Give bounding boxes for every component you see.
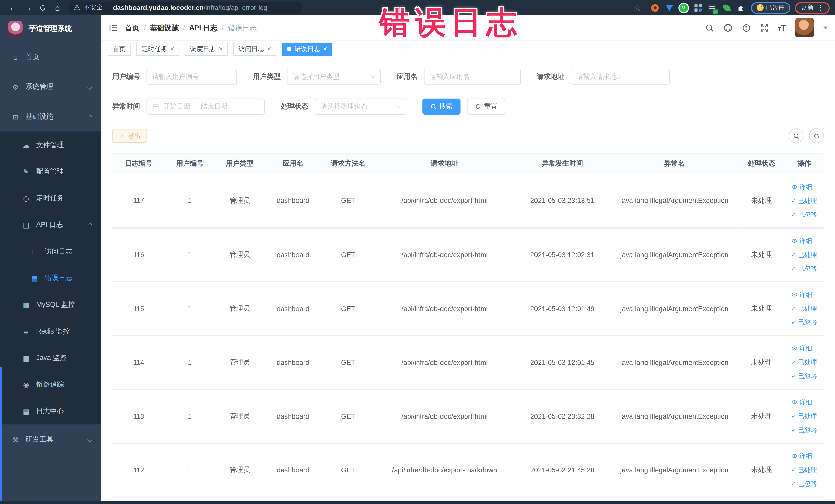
extension-shield-icon[interactable] — [664, 3, 674, 12]
已处理-action-link[interactable]: ✓已处理 — [791, 409, 817, 423]
cell: 管理员 — [215, 281, 265, 335]
close-icon[interactable]: × — [267, 45, 271, 53]
已忽略-action-link[interactable]: ✓已忽略 — [791, 262, 817, 276]
extension-grid-icon[interactable] — [693, 3, 702, 12]
sidebar-item-日志中心[interactable]: ▤日志中心 — [0, 398, 101, 425]
已忽略-action-link[interactable]: ✓已忽略 — [791, 423, 817, 437]
已忽略-action-link[interactable]: ✓已忽略 — [791, 369, 817, 383]
cloud-icon: ☁ — [21, 141, 31, 149]
tab-调度日志[interactable]: 调度日志× — [185, 42, 228, 56]
user-avatar[interactable] — [795, 18, 814, 38]
已忽略-action-link[interactable]: ✓已忽略 — [791, 477, 817, 491]
extension-on-badge-icon[interactable] — [708, 3, 717, 12]
font-size-icon[interactable]: TT — [778, 23, 786, 32]
sidebar-item-Redis 监控[interactable]: ≣Redis 监控 — [0, 318, 101, 345]
calendar-icon — [152, 103, 159, 110]
user-type-select[interactable]: 请选择用户类型 — [287, 69, 381, 85]
sidebar-scrollbar[interactable] — [0, 367, 2, 501]
tab-错误日志[interactable]: 错误日志× — [282, 42, 332, 56]
hamburger-icon[interactable] — [108, 23, 118, 32]
已处理-action-link[interactable]: ✓已处理 — [791, 355, 817, 369]
sidebar-logo[interactable]: 芋道管理系统 — [0, 15, 101, 42]
refresh-table-button[interactable] — [809, 128, 824, 143]
export-button[interactable]: 导出 — [113, 129, 147, 143]
back-icon[interactable]: ← — [5, 4, 20, 12]
sidebar-item-配置管理[interactable]: ✎配置管理 — [0, 158, 101, 185]
breadcrumb-item[interactable]: 基础设施 — [150, 24, 179, 32]
cell: GET — [322, 443, 375, 497]
详细-action-link[interactable]: 详细 — [791, 180, 812, 194]
tab-访问日志[interactable]: 访问日志× — [233, 42, 277, 56]
check-icon: ✓ — [791, 355, 796, 369]
已处理-action-link[interactable]: ✓已处理 — [791, 301, 817, 315]
toggle-search-button[interactable] — [789, 128, 804, 143]
address-bar[interactable]: 不安全 | dashboard.yudao.iocoder.cn/infra/l… — [68, 2, 303, 14]
详细-action-link[interactable]: 详细 — [791, 449, 812, 463]
process-status-select[interactable]: 请选择处理状态 — [315, 99, 406, 115]
详细-action-link[interactable]: 详细 — [791, 287, 812, 301]
actions-cell: 详细✓已处理✓已忽略 — [785, 443, 824, 497]
sidebar-item-链路追踪[interactable]: ◉链路追踪 — [0, 371, 101, 398]
sidebar-item-访问日志[interactable]: ▤访问日志 — [0, 238, 101, 265]
sidebar-item-API 日志[interactable]: ▤API 日志 — [0, 211, 101, 238]
extensions-puzzle-icon[interactable] — [736, 3, 746, 12]
详细-action-link[interactable]: 详细 — [791, 341, 812, 355]
exception-time-range-picker[interactable]: 开始日期 - 结束日期 — [147, 99, 265, 115]
close-icon[interactable]: × — [219, 45, 223, 53]
github-icon[interactable] — [723, 23, 733, 32]
sidebar-item-MySQL 监控[interactable]: ▥MySQL 监控 — [0, 291, 101, 318]
cell: 未处理 — [738, 174, 785, 228]
table-row: 1131管理员dashboardGET/api/infra/db-doc/exp… — [113, 389, 824, 443]
browser-update-chip[interactable]: 更新 ⋮ — [795, 2, 830, 14]
browser-menu-icon[interactable]: ⋮ — [817, 4, 824, 12]
已处理-action-link[interactable]: ✓已处理 — [791, 194, 817, 208]
sidebar-item-定时任务[interactable]: ◷定时任务 — [0, 185, 101, 211]
filter-row-1: 用户编号 用户类型 请选择用户类型 应用名 请求地址 — [113, 69, 824, 85]
cell: 管理员 — [215, 389, 265, 443]
reload-icon[interactable] — [35, 4, 50, 12]
sidebar-item-label: 日志中心 — [36, 406, 64, 416]
extension-orange-icon[interactable] — [650, 3, 659, 12]
cell: GET — [322, 389, 375, 443]
paused-extension-chip[interactable]: 已暂停 — [751, 2, 790, 14]
search-icon[interactable] — [705, 23, 714, 32]
sidebar-item-基础设施[interactable]: ⊡基础设施 — [0, 102, 101, 132]
request-url-input[interactable] — [571, 69, 670, 85]
cell: /api/infra/db-doc/export-markdown — [375, 443, 514, 497]
详细-action-link[interactable]: 详细 — [791, 234, 812, 248]
已处理-action-link[interactable]: ✓已处理 — [791, 248, 817, 262]
update-label: 更新 — [801, 4, 814, 12]
user-id-input[interactable] — [147, 69, 237, 85]
home-icon[interactable]: ⌂ — [50, 4, 65, 12]
已处理-action-link[interactable]: ✓已处理 — [791, 463, 817, 477]
fullscreen-icon[interactable] — [760, 23, 769, 32]
column-header: 请求地址 — [375, 153, 514, 174]
search-button[interactable]: 搜索 — [422, 99, 461, 115]
help-icon[interactable] — [741, 23, 751, 32]
sidebar-item-Java 监控[interactable]: ▦Java 监控 — [0, 345, 101, 371]
extension-v-icon[interactable]: V — [679, 3, 688, 12]
sidebar-item-研发工具[interactable]: ⚒研发工具 — [0, 424, 101, 454]
app-name-input[interactable] — [424, 69, 521, 85]
tab-定时任务[interactable]: 定时任务× — [136, 42, 179, 56]
sidebar-item-label: 定时任务 — [36, 193, 64, 203]
sidebar-item-错误日志[interactable]: ▤错误日志 — [0, 265, 101, 291]
sidebar-item-首页[interactable]: ⌂首页 — [0, 42, 101, 72]
bookmark-star-icon[interactable]: ☆ — [630, 4, 645, 12]
avatar-caret-icon[interactable] — [823, 26, 828, 29]
reset-button[interactable]: 重置 — [467, 99, 505, 115]
已忽略-action-link[interactable]: ✓已忽略 — [791, 208, 817, 222]
sidebar-item-系统管理[interactable]: ⚙系统管理 — [0, 72, 101, 102]
详细-action-link[interactable]: 详细 — [791, 395, 812, 409]
column-header: 处理状态 — [738, 153, 785, 174]
breadcrumb-item[interactable]: 首页 — [125, 24, 140, 32]
breadcrumb-item[interactable]: API 日志 — [189, 24, 218, 32]
cell: 113 — [113, 389, 165, 443]
extension-leaf-icon[interactable] — [722, 3, 731, 12]
tab-首页[interactable]: 首页 — [107, 42, 131, 56]
已忽略-action-link[interactable]: ✓已忽略 — [791, 315, 817, 329]
sidebar-item-文件管理[interactable]: ☁文件管理 — [0, 132, 101, 158]
close-icon[interactable]: × — [323, 45, 327, 53]
close-icon[interactable]: × — [170, 45, 174, 53]
forward-icon[interactable]: → — [20, 4, 35, 12]
